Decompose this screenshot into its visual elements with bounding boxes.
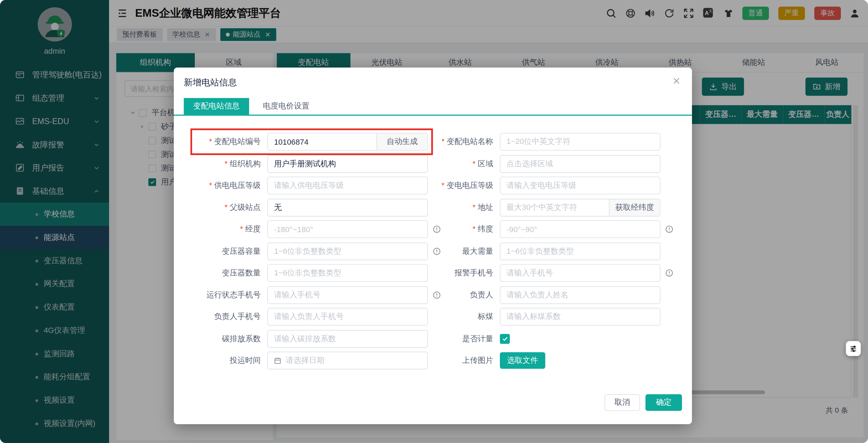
input-placeholder: 1~6位非负整数类型 (500, 246, 660, 256)
form-row-8: 运行状态手机号请输入手机号负责人请输入负责人姓名 (174, 286, 692, 304)
metering-checkbox[interactable] (500, 334, 510, 344)
form-field-变配电站名称: *变配电站名称1~20位中英文字符 (428, 133, 671, 151)
input-负责人手机号[interactable]: 请输入负责人手机号 (267, 308, 428, 326)
input-placeholder: 1~6位非负整数类型 (268, 246, 428, 256)
add-station-modal: 新增电站信息 变配电站信息电度电价设置 *变配电站编号10106874自动生成*… (174, 68, 692, 424)
field-label-text: 变配电站编号 (214, 137, 261, 145)
form-row-2: *组织机构用户手册测试机构*区域点击选择区域 (174, 155, 692, 173)
text-input[interactable]: 用户手册测试机构 (267, 155, 428, 173)
field-label: *供电电压等级 (182, 181, 267, 191)
form-field-组织机构: *组织机构用户手册测试机构 (174, 155, 428, 173)
required-star: * (473, 159, 476, 167)
form-field-运行状态手机号: 运行状态手机号请输入手机号 (174, 286, 428, 304)
required-star: * (224, 159, 228, 167)
form-field-最大需量: 最大需量1~6位非负整数类型 (428, 242, 671, 260)
input-placeholder: 请输入标煤系数 (500, 312, 660, 322)
input-变电电压等级[interactable]: 请输入变电电压等级 (500, 177, 661, 194)
field-label-text: 变电电压等级 (447, 181, 493, 189)
input-变压器容量[interactable]: 1~6位非负整数类型 (267, 242, 428, 260)
form-field-变电电压等级: *变电电压等级请输入变电电压等级 (428, 177, 671, 194)
field-label-text: 变压器容量 (222, 246, 261, 255)
input-placeholder: 请输入供电电压等级 (268, 181, 428, 191)
form-field-父级站点: *父级站点无 (174, 199, 428, 216)
field-label-text: 最大需量 (462, 246, 493, 255)
field-label: 最大需量 (428, 246, 500, 256)
form-field-变压器数量: 变压器数量1~6位非负整数类型 (174, 264, 428, 282)
required-star: * (473, 224, 476, 233)
select-file-button[interactable]: 选取文件 (500, 352, 545, 369)
form-field-变压器容量: 变压器容量1~6位非负整数类型 (174, 242, 428, 260)
input-碳排放系数[interactable]: 请输入碳排放系数 (267, 330, 428, 347)
field-label: *父级站点 (182, 203, 267, 213)
cancel-button[interactable]: 取消 (605, 394, 640, 411)
field-label-text: 标煤 (478, 312, 493, 320)
form-field-区域: *区域点击选择区域 (428, 155, 671, 173)
input-placeholder: -90°~90° (500, 225, 660, 234)
input-报警手机号[interactable]: 请输入手机号 (500, 264, 661, 282)
input-placeholder: 点击选择区域 (500, 159, 660, 169)
input-纬度[interactable]: -90°~90° (500, 220, 661, 238)
field-label-text: 投运时间 (230, 356, 261, 364)
form-field-纬度: *纬度-90°~90° (428, 220, 671, 238)
input-placeholder: 请输入手机号 (268, 290, 428, 300)
text-input[interactable]: 无 (267, 199, 428, 216)
field-label-text: 组织机构 (230, 159, 261, 167)
required-star: * (441, 181, 445, 189)
modal-title: 新增电站信息 (174, 68, 692, 89)
auto-generate-button[interactable]: 自动生成 (376, 133, 427, 150)
input-placeholder: -180°~180° (268, 225, 428, 234)
input-经度[interactable]: -180°~180° (267, 220, 428, 238)
field-label-text: 上传图片 (462, 356, 493, 364)
info-icon (665, 268, 674, 277)
input-投运时间[interactable]: 请选择日期 (267, 352, 428, 369)
form-field-是否计量: 是否计量 (428, 330, 671, 347)
field-label-text: 变配电站名称 (447, 137, 493, 145)
form-field-供电电压等级: *供电电压等级请输入供电电压等级 (174, 177, 428, 194)
field-label: 负责人 (428, 290, 500, 300)
field-label: *地址 (428, 203, 500, 213)
form-field-上传图片: 上传图片选取文件 (428, 352, 671, 369)
form-field-报警手机号: 报警手机号请输入手机号 (428, 264, 671, 282)
form-field-碳排放系数: 碳排放系数请输入碳排放系数 (174, 330, 428, 347)
input-变压器数量[interactable]: 1~6位非负整数类型 (267, 264, 428, 282)
field-label-text: 经度 (245, 224, 261, 233)
field-label: *区域 (428, 159, 500, 169)
input-负责人[interactable]: 请输入负责人姓名 (500, 286, 661, 304)
input-value: 无 (268, 203, 428, 213)
get-coordinates-button[interactable]: 获取经纬度 (609, 199, 660, 216)
modal-tabs: 变配电站信息电度电价设置 (174, 98, 692, 116)
field-label: *变配电站编号 (182, 137, 267, 147)
text-input[interactable]: 10106874自动生成 (267, 133, 428, 151)
field-label-text: 是否计量 (462, 334, 493, 342)
form-row-4: *父级站点无*地址最大30个中英文字符获取经纬度 (174, 199, 692, 216)
input-最大需量[interactable]: 1~6位非负整数类型 (500, 242, 661, 260)
field-label: 运行状态手机号 (182, 290, 267, 300)
field-label: 上传图片 (428, 356, 500, 366)
required-star: * (209, 137, 212, 145)
form-field-变配电站编号: *变配电站编号10106874自动生成 (174, 133, 428, 151)
form-row-11: 投运时间请选择日期上传图片选取文件 (174, 352, 692, 369)
confirm-button[interactable]: 确定 (645, 394, 682, 411)
modal-tab-2[interactable]: 电度电价设置 (254, 98, 319, 115)
input-placeholder: 最大30个中英文字符 (500, 203, 609, 213)
input-区域[interactable]: 点击选择区域 (500, 155, 661, 173)
input-供电电压等级[interactable]: 请输入供电电压等级 (267, 177, 428, 194)
field-label: 负责人手机号 (182, 312, 267, 322)
modal-tab-1[interactable]: 变配电站信息 (184, 98, 249, 115)
app-root: admin 管理驾驶舱(电百达)组态管理EMS-EDU故障报警用户报告基础信息 … (0, 0, 868, 443)
column-settings-button[interactable] (846, 341, 861, 356)
input-变配电站名称[interactable]: 1~20位中英文字符 (500, 133, 661, 151)
input-value: 用户手册测试机构 (268, 159, 428, 169)
required-star: * (441, 137, 445, 145)
modal-footer: 取消 确定 (605, 394, 682, 411)
required-star: * (209, 181, 212, 189)
close-icon[interactable] (672, 76, 682, 86)
field-label: 变压器数量 (182, 268, 267, 278)
form-row-3: *供电电压等级请输入供电电压等级*变电电压等级请输入变电电压等级 (174, 177, 692, 194)
input-地址[interactable]: 最大30个中英文字符获取经纬度 (500, 199, 661, 216)
field-label: 是否计量 (428, 334, 500, 344)
input-placeholder: 请输入变电电压等级 (500, 181, 660, 191)
field-label-text: 碳排放系数 (222, 334, 261, 342)
input-运行状态手机号[interactable]: 请输入手机号 (267, 286, 428, 304)
input-标煤[interactable]: 请输入标煤系数 (500, 308, 661, 326)
